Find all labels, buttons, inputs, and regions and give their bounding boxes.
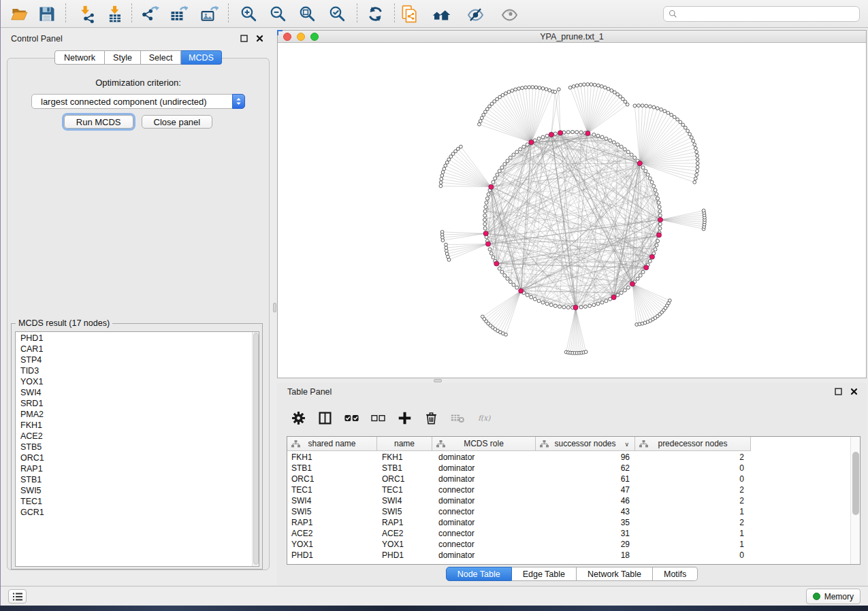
mcds-result-item[interactable]: CAR1 xyxy=(20,344,259,354)
table-cell: 2 xyxy=(635,485,751,495)
close-panel-action-button[interactable]: Close panel xyxy=(142,115,213,129)
table-row[interactable]: PHD1PHD1dominator180 xyxy=(287,550,860,561)
mcds-result-item[interactable]: STP4 xyxy=(20,354,259,365)
task-history-button[interactable] xyxy=(8,589,27,604)
table-float-button[interactable] xyxy=(833,386,844,397)
table-cell: 0 xyxy=(635,463,751,473)
import-table-button[interactable] xyxy=(101,2,128,25)
float-button[interactable] xyxy=(238,33,250,44)
mcds-result-item[interactable]: FKH1 xyxy=(20,420,259,431)
column-header-MCDS-role[interactable]: MCDS role xyxy=(432,437,536,451)
table-row[interactable]: ACE2ACE2connector311 xyxy=(287,528,860,539)
mcds-result-item[interactable]: STB5 xyxy=(20,442,259,452)
export-network-button[interactable] xyxy=(136,2,163,25)
save-button[interactable] xyxy=(33,2,60,25)
mcds-result-list[interactable]: PHD1CAR1STP4TID3YOX1SWI4SRD1PMA2FKH1ACE2… xyxy=(15,331,259,567)
zoom-selected-button[interactable] xyxy=(323,2,351,25)
split-view-button[interactable] xyxy=(317,410,333,427)
zoom-in-button[interactable] xyxy=(235,2,262,25)
mcds-result-item[interactable]: PHD1 xyxy=(20,333,259,344)
mcds-result-item[interactable]: TEC1 xyxy=(20,496,259,507)
mcds-result-item[interactable]: SRD1 xyxy=(20,398,259,409)
network-canvas[interactable] xyxy=(278,43,866,378)
control-panel-tabs: NetworkStyleSelectMCDS xyxy=(54,50,222,65)
mcds-list-scrollbar[interactable] xyxy=(252,332,259,566)
status-bar: Memory xyxy=(1,586,868,606)
search-box[interactable] xyxy=(663,6,860,22)
deselect-all-button[interactable] xyxy=(370,410,386,427)
vertical-splitter-handle[interactable] xyxy=(273,303,276,312)
delete-button[interactable] xyxy=(423,410,439,427)
table-row[interactable]: ORC1ORC1dominator610 xyxy=(287,474,860,484)
mcds-result-item[interactable]: TID3 xyxy=(20,365,259,376)
mcds-result-item[interactable]: SWI4 xyxy=(20,387,259,398)
tab-style[interactable]: Style xyxy=(105,50,141,65)
search-input[interactable] xyxy=(677,10,859,19)
function-builder-button[interactable]: f(x) xyxy=(476,410,492,427)
criterion-dropdown[interactable]: largest connected component (undirected) xyxy=(31,94,245,109)
table-row[interactable]: FKH1FKH1dominator962 xyxy=(287,452,860,463)
mcds-result-item[interactable]: PMA2 xyxy=(20,409,259,420)
table-row[interactable]: SWI4SWI4dominator462 xyxy=(287,495,860,506)
select-all-button[interactable] xyxy=(343,410,359,427)
table-row[interactable]: YOX1YOX1connector291 xyxy=(287,539,860,550)
export-table-button[interactable] xyxy=(165,2,192,25)
horizontal-splitter-handle[interactable] xyxy=(434,379,442,382)
import-network-button[interactable] xyxy=(74,2,101,25)
table-row[interactable]: STB1STB1dominator620 xyxy=(287,463,860,474)
table-cell: 47 xyxy=(536,485,635,495)
gear-button[interactable] xyxy=(290,410,306,427)
column-header-successor-nodes[interactable]: successor nodes∨ xyxy=(536,437,635,451)
zoom-out-icon xyxy=(269,5,287,23)
column-header-name[interactable]: name xyxy=(377,437,432,451)
zoom-out-button[interactable] xyxy=(264,2,291,25)
tab-network-table[interactable]: Network Table xyxy=(577,567,653,581)
import-network-icon xyxy=(78,5,97,23)
mcds-result-item[interactable]: ORC1 xyxy=(20,452,259,463)
zoom-fit-button[interactable] xyxy=(293,2,321,25)
show-eye-button[interactable] xyxy=(496,2,523,25)
mcds-result-item[interactable]: RAP1 xyxy=(20,463,259,474)
mcds-result-item[interactable]: YOX1 xyxy=(20,376,259,387)
table-close-button[interactable] xyxy=(848,386,860,397)
tab-network[interactable]: Network xyxy=(54,50,105,65)
search-icon xyxy=(669,10,677,18)
table-row[interactable]: SWI5SWI5connector431 xyxy=(287,506,860,517)
column-header-predecessor-nodes[interactable]: predecessor nodes xyxy=(635,437,751,451)
tab-motifs[interactable]: Motifs xyxy=(653,567,698,581)
namespace-icon xyxy=(436,440,445,448)
table-scrollbar[interactable] xyxy=(850,437,860,564)
column-header-shared-name[interactable]: shared name xyxy=(287,437,377,451)
network-window-titlebar[interactable]: YPA_prune.txt_1 xyxy=(278,31,866,43)
delete-table-button[interactable] xyxy=(449,410,466,427)
float-icon xyxy=(240,35,248,42)
refresh-button[interactable] xyxy=(361,2,389,25)
mcds-result-item[interactable]: STB1 xyxy=(20,474,259,485)
open-folder-button[interactable] xyxy=(5,2,33,25)
function-icon: f(x) xyxy=(477,411,492,425)
table-row[interactable]: TEC1TEC1connector472 xyxy=(287,484,860,495)
memory-button[interactable]: Memory xyxy=(806,589,861,604)
tab-node-table[interactable]: Node Table xyxy=(446,567,512,581)
tab-edge-table[interactable]: Edge Table xyxy=(512,567,577,581)
namespace-icon xyxy=(291,440,300,448)
mcds-result-item[interactable]: ACE2 xyxy=(20,431,259,442)
task-list-icon xyxy=(13,593,22,601)
mcds-result-item[interactable]: SWI5 xyxy=(20,485,259,496)
table-row[interactable]: RAP1RAP1dominator352 xyxy=(287,517,860,528)
export-image-button[interactable] xyxy=(195,2,223,25)
close-panel-button[interactable] xyxy=(254,33,266,44)
hide-panel-button[interactable] xyxy=(462,2,489,25)
add-column-button[interactable] xyxy=(396,410,413,427)
mcds-result-item[interactable]: GCR1 xyxy=(20,507,259,518)
show-all-networks-button[interactable] xyxy=(428,2,455,25)
run-mcds-button[interactable]: Run MCDS xyxy=(64,115,133,129)
import-table-icon xyxy=(106,5,124,23)
clone-network-button[interactable] xyxy=(396,2,423,25)
table-scrollbar-thumb[interactable] xyxy=(852,452,859,515)
tab-mcds[interactable]: MCDS xyxy=(181,50,222,65)
mcds-list-scrollbar-thumb[interactable] xyxy=(253,333,259,565)
table-cell: RAP1 xyxy=(287,518,377,527)
svg-text:f(x): f(x) xyxy=(478,414,491,422)
tab-select[interactable]: Select xyxy=(141,50,181,65)
